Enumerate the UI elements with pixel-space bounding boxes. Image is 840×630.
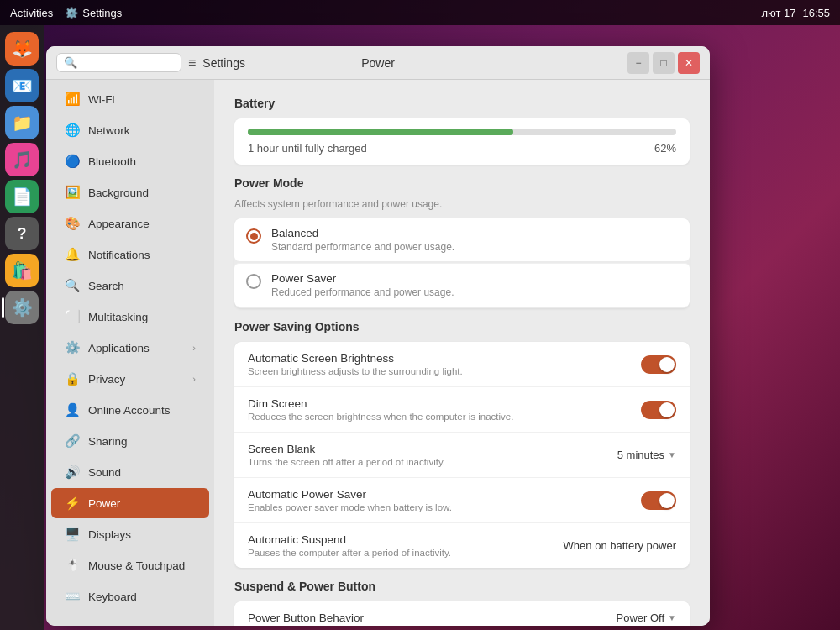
- search-icon: 🔍: [64, 56, 77, 69]
- battery-card: 1 hour until fully charged 62%: [234, 118, 690, 165]
- background-icon: 🖼️: [65, 185, 80, 200]
- sidebar-item-network[interactable]: 🌐 Network: [51, 115, 209, 145]
- auto-power-saver-label: Automatic Power Saver: [248, 488, 641, 501]
- power-button-row: Power Button Behavior Power Off ▼: [234, 601, 690, 626]
- window-titlebar: 🔍 ≡ Settings Power − □ ✕: [46, 46, 710, 80]
- power-mode-title: Power Mode: [234, 176, 690, 190]
- screen-blank-dropdown[interactable]: 5 minutes ▼: [617, 449, 676, 461]
- sidebar-item-displays[interactable]: 🖥️ Displays: [51, 519, 209, 549]
- screen-blank-arrow: ▼: [668, 450, 676, 459]
- power-mode-desc: Affects system performance and power usa…: [234, 198, 690, 210]
- applications-icon: ⚙️: [65, 340, 80, 355]
- taskbar: Activities ⚙️ Settings лют 17 16:55: [0, 0, 840, 25]
- help-dock-icon[interactable]: ?: [5, 217, 39, 250]
- sidebar-item-search[interactable]: 🔍 Search: [51, 270, 209, 301]
- dim-screen-row: Dim Screen Reduces the screen brightness…: [234, 387, 690, 433]
- sidebar-item-power[interactable]: ⚡ Power: [51, 488, 209, 518]
- sound-icon: 🔊: [65, 465, 80, 480]
- auto-brightness-row: Automatic Screen Brightness Screen brigh…: [234, 342, 690, 387]
- libreoffice-dock-icon[interactable]: 📄: [5, 180, 39, 213]
- multitasking-icon: ⬜: [65, 309, 80, 324]
- auto-brightness-toggle[interactable]: [641, 355, 676, 374]
- power-saver-radio[interactable]: [246, 274, 261, 289]
- rhythmbox-dock-icon[interactable]: 🎵: [5, 143, 39, 176]
- sidebar-item-keyboard[interactable]: ⌨️ Keyboard: [51, 581, 209, 612]
- close-button[interactable]: ✕: [678, 52, 700, 74]
- sidebar-item-privacy[interactable]: 🔒 Privacy ›: [51, 364, 209, 394]
- battery-section-title: Battery: [234, 97, 690, 110]
- settings-window: 🔍 ≡ Settings Power − □ ✕ 📶 Wi-Fi 🌐 Netwo…: [46, 46, 710, 626]
- sidebar-item-sound[interactable]: 🔊 Sound: [51, 457, 209, 487]
- battery-bar-outer: [248, 129, 676, 135]
- titlebar-search[interactable]: 🔍: [56, 53, 181, 72]
- sharing-icon: 🔗: [65, 433, 80, 449]
- sidebar-item-appearance[interactable]: 🎨 Appearance: [51, 208, 209, 239]
- dock: 🦊 📧 📁 🎵 📄 ? 🛍️ ⚙️: [0, 25, 44, 630]
- mouse-icon: 🖱️: [65, 558, 80, 573]
- sidebar: 📶 Wi-Fi 🌐 Network 🔵 Bluetooth 🖼️ Backgro…: [46, 80, 214, 626]
- auto-power-saver-desc: Enables power saver mode when battery is…: [248, 502, 641, 512]
- power-saver-option[interactable]: Power Saver Reduced performance and powe…: [234, 263, 690, 307]
- thunderbird-dock-icon[interactable]: 📧: [5, 69, 39, 102]
- auto-brightness-label: Automatic Screen Brightness: [248, 352, 641, 365]
- window-body: 📶 Wi-Fi 🌐 Network 🔵 Bluetooth 🖼️ Backgro…: [46, 80, 710, 626]
- menu-button[interactable]: ≡: [188, 52, 196, 74]
- screen-blank-desc: Turns the screen off after a period of i…: [248, 457, 617, 467]
- sidebar-item-bluetooth[interactable]: 🔵 Bluetooth: [51, 146, 209, 176]
- power-saving-card: Automatic Screen Brightness Screen brigh…: [234, 342, 690, 568]
- notifications-icon: 🔔: [65, 247, 80, 262]
- sidebar-item-notifications[interactable]: 🔔 Notifications: [51, 239, 209, 270]
- power-saver-label: Power Saver: [271, 272, 454, 285]
- balanced-desc: Standard performance and power usage.: [271, 241, 454, 253]
- software-dock-icon[interactable]: 🛍️: [5, 254, 39, 287]
- auto-suspend-row: Automatic Suspend Pauses the computer af…: [234, 523, 690, 568]
- auto-suspend-desc: Pauses the computer after a period of in…: [248, 548, 564, 558]
- battery-info: 1 hour until fully charged 62%: [248, 142, 676, 155]
- settings-dock-icon[interactable]: ⚙️: [5, 291, 39, 324]
- privacy-arrow: ›: [192, 374, 196, 384]
- dim-screen-toggle[interactable]: [641, 401, 676, 419]
- auto-suspend-label: Automatic Suspend: [248, 533, 564, 546]
- power-mode-options: Balanced Standard performance and power …: [234, 218, 690, 308]
- online-accounts-icon: 👤: [65, 402, 80, 417]
- files-dock-icon[interactable]: 📁: [5, 106, 39, 139]
- activities-button[interactable]: Activities: [10, 7, 53, 19]
- displays-icon: 🖥️: [65, 527, 80, 542]
- maximize-button[interactable]: □: [653, 52, 675, 74]
- sidebar-item-wifi[interactable]: 📶 Wi-Fi: [51, 84, 209, 114]
- auto-suspend-value[interactable]: When on battery power: [564, 539, 676, 552]
- power-button-value: Power Off: [617, 612, 665, 624]
- sidebar-item-multitasking[interactable]: ⬜ Multitasking: [51, 302, 209, 332]
- firefox-dock-icon[interactable]: 🦊: [5, 32, 39, 66]
- balanced-radio[interactable]: [246, 228, 261, 244]
- balanced-label: Balanced: [271, 227, 454, 239]
- sidebar-item-applications[interactable]: ⚙️ Applications ›: [51, 333, 209, 363]
- taskbar-right: лют 17 16:55: [761, 7, 830, 19]
- suspend-power-title: Suspend & Power Button: [234, 580, 690, 593]
- power-icon: ⚡: [65, 496, 80, 511]
- sidebar-item-background[interactable]: 🖼️ Background: [51, 177, 209, 207]
- battery-bar-inner: [248, 129, 513, 135]
- titlebar-left: 🔍 ≡ Settings: [56, 52, 224, 74]
- date-display: лют 17: [761, 7, 795, 19]
- window-title: Power: [224, 56, 532, 70]
- appearance-icon: 🎨: [65, 216, 80, 231]
- auto-brightness-desc: Screen brightness adjusts to the surroun…: [248, 366, 641, 376]
- privacy-icon: 🔒: [65, 371, 80, 386]
- taskbar-left: Activities ⚙️ Settings: [10, 7, 122, 19]
- minimize-button[interactable]: −: [627, 52, 649, 74]
- search-nav-icon: 🔍: [65, 278, 80, 293]
- power-button-dropdown[interactable]: Power Off ▼: [617, 612, 676, 624]
- sidebar-item-online-accounts[interactable]: 👤 Online Accounts: [51, 395, 209, 425]
- balanced-option[interactable]: Balanced Standard performance and power …: [234, 218, 690, 261]
- screen-blank-row: Screen Blank Turns the screen off after …: [234, 433, 690, 478]
- sidebar-item-mouse-touchpad[interactable]: 🖱️ Mouse & Touchpad: [51, 550, 209, 580]
- sidebar-item-sharing[interactable]: 🔗 Sharing: [51, 426, 209, 456]
- screen-blank-label: Screen Blank: [248, 443, 617, 455]
- app-indicator: ⚙️ Settings: [65, 7, 122, 19]
- auto-power-saver-toggle[interactable]: [641, 491, 676, 510]
- auto-power-saver-row: Automatic Power Saver Enables power save…: [234, 478, 690, 523]
- power-saver-desc: Reduced performance and power usage.: [271, 286, 454, 298]
- search-input[interactable]: [81, 56, 174, 69]
- applications-arrow: ›: [192, 343, 196, 353]
